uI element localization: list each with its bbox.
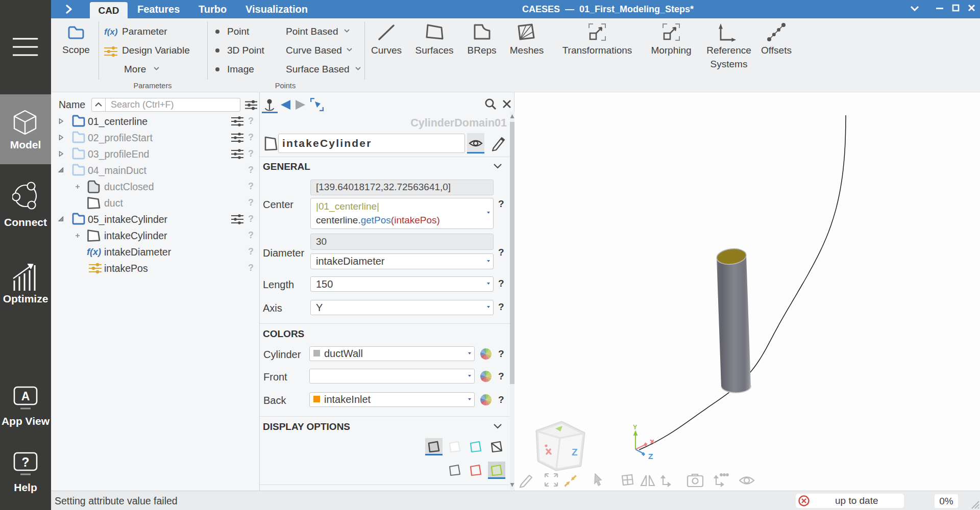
- svg-text:A: A: [21, 390, 30, 403]
- svg-text:?: ?: [21, 455, 29, 469]
- svg-text:Y: Y: [633, 424, 638, 431]
- svg-text:f(x): f(x): [87, 247, 101, 257]
- svg-text:Z: Z: [648, 452, 653, 461]
- svg-text:Z: Z: [572, 447, 578, 457]
